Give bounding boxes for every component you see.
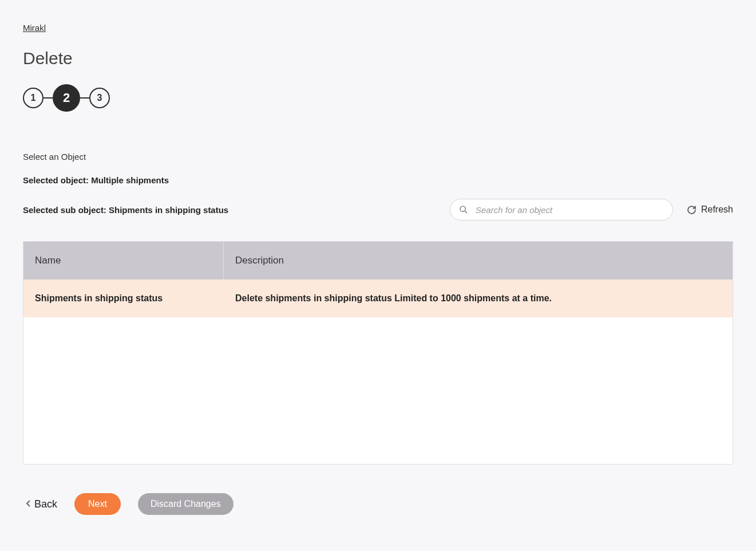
back-label: Back	[34, 498, 57, 510]
step-connector	[80, 97, 89, 99]
selected-object-text: Selected object: Multiple shipments	[23, 175, 733, 185]
instruction-text: Select an Object	[23, 152, 733, 162]
back-button[interactable]: Back	[26, 498, 57, 510]
discard-button[interactable]: Discard Changes	[138, 493, 233, 515]
step-1[interactable]: 1	[23, 88, 43, 108]
next-button[interactable]: Next	[74, 493, 121, 515]
step-3[interactable]: 3	[89, 88, 110, 108]
svg-line-1	[465, 211, 467, 213]
object-table: Name Description Shipments in shipping s…	[23, 241, 733, 465]
breadcrumb-link[interactable]: Mirakl	[23, 23, 46, 33]
table-cell-description: Delete shipments in shipping status Limi…	[224, 293, 733, 304]
table-header-name: Name	[23, 242, 224, 280]
refresh-label: Refresh	[701, 204, 733, 215]
search-icon	[459, 205, 468, 214]
search-field-wrap	[450, 199, 673, 221]
table-cell-name: Shipments in shipping status	[23, 293, 224, 304]
table-header: Name Description	[23, 242, 733, 280]
chevron-left-icon	[26, 499, 31, 509]
footer-actions: Back Next Discard Changes	[23, 493, 733, 515]
search-input[interactable]	[450, 199, 673, 221]
svg-point-0	[460, 206, 465, 211]
refresh-button[interactable]: Refresh	[687, 204, 733, 215]
selected-subobject-text: Selected sub object: Shipments in shippi…	[23, 205, 228, 215]
page-title: Delete	[23, 49, 733, 68]
table-header-description: Description	[224, 255, 733, 266]
step-connector	[43, 97, 53, 99]
stepper: 1 2 3	[23, 84, 733, 112]
step-2[interactable]: 2	[53, 84, 80, 112]
table-row[interactable]: Shipments in shipping status Delete ship…	[23, 280, 733, 317]
refresh-icon	[687, 205, 696, 215]
